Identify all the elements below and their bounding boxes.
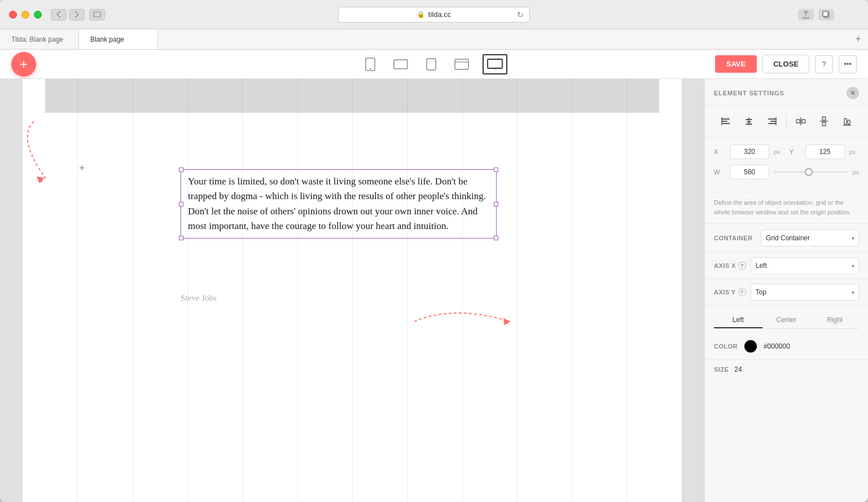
axis-y-row: AXIS Y ? Top Center Bottom ▾: [705, 279, 868, 306]
grid-line: [462, 79, 463, 502]
selected-text-element[interactable]: Your time is limited, so don't waste it …: [181, 169, 497, 239]
tab-tilda-blank[interactable]: Tilda: Blank page: [0, 29, 79, 49]
main-area: + Your time is limited, so don't waste i…: [0, 79, 868, 502]
axis-x-select-wrapper: Left Center Right ▾: [751, 257, 859, 274]
svg-rect-0: [94, 12, 100, 17]
editor-toolbar: + SAVE CLOSE ?: [0, 50, 868, 79]
resize-handle-top-right[interactable]: [494, 168, 498, 172]
x-input[interactable]: [730, 144, 769, 159]
canvas[interactable]: + Your time is limited, so don't waste i…: [0, 79, 704, 502]
new-tab-button[interactable]: +: [848, 29, 868, 49]
axis-y-help-icon[interactable]: ?: [738, 288, 746, 296]
distribute-v-icon[interactable]: [815, 112, 833, 130]
grid-line: [627, 79, 628, 502]
align-tab-right[interactable]: Right: [810, 312, 859, 328]
axis-y-select-wrapper: Top Center Bottom ▾: [751, 284, 859, 301]
svg-marker-13: [37, 177, 44, 183]
save-button[interactable]: SAVE: [715, 55, 757, 73]
color-row: COLOR #000000: [705, 333, 868, 360]
close-button[interactable]: CLOSE: [762, 55, 809, 73]
panel-header: ELEMENT SETTINGS ✕: [705, 79, 868, 105]
tablet-landscape-icon[interactable]: [389, 55, 413, 74]
canvas-white: + Your time is limited, so don't waste i…: [23, 79, 682, 502]
add-element-button[interactable]: +: [11, 52, 36, 77]
tablet-portrait-icon[interactable]: [422, 54, 441, 75]
resize-handle-bottom-right[interactable]: [494, 236, 498, 240]
align-tab-center[interactable]: Center: [762, 312, 811, 328]
tab-blank-page[interactable]: Blank page: [79, 29, 158, 49]
tabbar: Tilda: Blank page Blank page +: [0, 29, 868, 50]
svg-rect-33: [844, 118, 847, 124]
y-input[interactable]: [805, 144, 845, 159]
help-button[interactable]: ?: [815, 55, 833, 73]
maximize-traffic-light[interactable]: [34, 11, 42, 19]
color-swatch[interactable]: [743, 339, 758, 354]
w-input[interactable]: [730, 165, 769, 179]
window-icon[interactable]: [450, 54, 474, 74]
svg-point-5: [370, 68, 371, 69]
align-bottom-icon[interactable]: [838, 112, 856, 130]
resize-handle-top-left[interactable]: [179, 168, 183, 172]
svg-rect-8: [455, 59, 468, 69]
minimize-traffic-light[interactable]: [21, 11, 29, 19]
align-center-v-icon[interactable]: [740, 112, 758, 130]
grid-line: [297, 79, 298, 502]
axis-x-row: AXIS X ? Left Center Right ▾: [705, 253, 868, 279]
url-bar[interactable]: 🔒 tilda.cc ↻: [338, 7, 530, 23]
author-text[interactable]: Steve Jobs: [181, 293, 217, 303]
axis-y-select[interactable]: Top Center Bottom: [751, 284, 859, 301]
panel-close-icon: ✕: [850, 89, 856, 97]
svg-rect-16: [722, 121, 727, 122]
color-value[interactable]: #000000: [764, 342, 790, 350]
panel-close-button[interactable]: ✕: [847, 87, 859, 99]
align-tab-left[interactable]: Left: [714, 312, 762, 328]
w-slider[interactable]: [774, 171, 848, 173]
desktop-icon[interactable]: [483, 54, 507, 74]
axis-x-select[interactable]: Left Center Right: [751, 257, 859, 274]
url-text: tilda.cc: [428, 10, 451, 19]
grid-line: [517, 79, 518, 502]
y-unit: px: [849, 148, 856, 155]
grid-line: [187, 79, 188, 502]
titlebar: 🔒 tilda.cc ↻: [0, 0, 868, 29]
svg-rect-31: [822, 117, 826, 120]
duplicate-button[interactable]: [818, 9, 834, 20]
align-right-icon[interactable]: [763, 112, 781, 130]
y-label: Y: [790, 148, 801, 155]
align-left-icon[interactable]: [717, 112, 735, 130]
device-icons: [361, 53, 507, 76]
window-toggle-button[interactable]: [89, 9, 105, 20]
more-button[interactable]: •••: [839, 55, 857, 73]
arrow-annotation-left: [0, 110, 102, 212]
container-select[interactable]: Grid Container Full Width Custom: [761, 230, 859, 246]
size-row: SIZE 24: [705, 360, 868, 379]
distribute-h-icon[interactable]: [792, 112, 810, 130]
svg-rect-29: [802, 120, 805, 123]
text-align-tabs: Left Center Right: [714, 312, 859, 329]
svg-rect-28: [796, 120, 800, 123]
svg-rect-21: [747, 121, 751, 122]
panel-title: ELEMENT SETTINGS: [714, 90, 784, 96]
size-value[interactable]: 24: [734, 366, 742, 373]
svg-rect-32: [822, 122, 826, 126]
grid-line: [352, 79, 353, 502]
x-position-row: X px Y px: [714, 144, 859, 159]
back-button[interactable]: [51, 9, 67, 20]
titlebar-right-buttons: [798, 9, 834, 20]
grid-line: [77, 79, 78, 502]
resize-handle-middle-right[interactable]: [494, 202, 498, 206]
element-settings-panel: ELEMENT SETTINGS ✕: [704, 79, 868, 502]
reload-icon[interactable]: ↻: [517, 10, 524, 19]
resize-handle-bottom-left[interactable]: [179, 236, 183, 240]
forward-button[interactable]: [69, 9, 85, 20]
quote-text[interactable]: Your time is limited, so don't waste it …: [181, 170, 496, 238]
resize-handle-middle-left[interactable]: [179, 202, 183, 206]
grid-overlay: [23, 79, 682, 502]
axis-x-help-icon[interactable]: ?: [738, 262, 746, 270]
svg-rect-7: [427, 59, 436, 70]
share-button[interactable]: [798, 9, 814, 20]
traffic-lights: [9, 11, 42, 19]
svg-rect-10: [488, 59, 502, 68]
mobile-portrait-icon[interactable]: [361, 53, 380, 76]
close-traffic-light[interactable]: [9, 11, 17, 19]
